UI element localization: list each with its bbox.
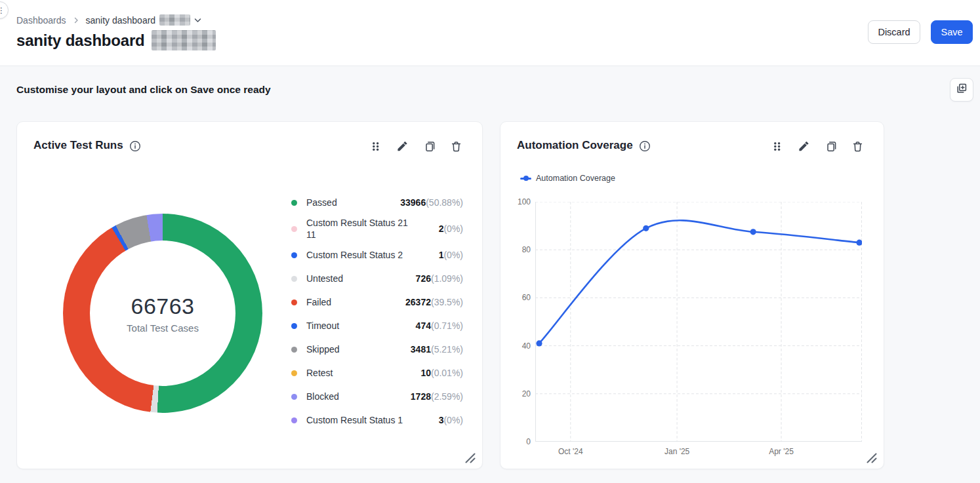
legend-value: 10(0.01%) [420, 368, 463, 378]
legend-dot-icon [291, 394, 297, 400]
legend-label: Custom Result Status 2 [306, 249, 403, 261]
legend-value: 26372(39.5%) [405, 297, 463, 307]
duplicate-icon[interactable] [825, 140, 837, 153]
y-axis-tick-label: 40 [507, 341, 531, 351]
add-widget-icon [955, 82, 968, 98]
legend-dot-icon [291, 299, 297, 305]
legend-dot-icon [291, 347, 297, 353]
save-button[interactable]: Save [931, 20, 973, 44]
legend-item[interactable]: Passed33966(50.88%) [291, 191, 463, 214]
edit-pencil-icon[interactable] [798, 140, 810, 153]
legend-label: Failed [306, 296, 331, 308]
legend-label: Timeout [306, 320, 339, 332]
legend-item[interactable]: Untested726(1.09%) [291, 267, 463, 290]
legend-value: 33966(50.88%) [400, 197, 463, 208]
legend-value: 474(0.71%) [416, 320, 463, 331]
chevron-right-icon [72, 16, 80, 24]
legend-item[interactable]: Timeout474(0.71%) [291, 314, 463, 338]
legend-item[interactable]: Blocked1728(2.59%) [291, 385, 463, 408]
legend-dot-icon [291, 370, 297, 376]
line-chart [535, 202, 862, 442]
x-axis-tick-label: Oct '24 [548, 447, 594, 456]
resize-handle-icon[interactable] [462, 450, 476, 464]
legend-item[interactable]: Custom Result Status 13(0%) [291, 408, 463, 432]
drag-handle-icon[interactable] [771, 140, 783, 153]
delete-trash-icon[interactable] [450, 140, 462, 153]
legend-dot-icon [291, 252, 297, 258]
legend-item[interactable]: Custom Result Status 21(0%) [291, 243, 463, 267]
series-legend-label: Automation Coverage [536, 174, 615, 183]
legend-item[interactable]: Retest10(0.01%) [291, 361, 463, 385]
legend-label: Untested [306, 273, 343, 284]
donut-legend: Passed33966(50.88%)Custom Result Status … [291, 191, 463, 432]
y-axis-tick-label: 20 [507, 389, 531, 398]
breadcrumb: Dashboards sanity dashboard [16, 14, 201, 26]
legend-label: Custom Result Status 21 11 [306, 217, 417, 241]
page-title: sanity dashboard [16, 31, 145, 50]
legend-dot-icon [291, 226, 297, 232]
legend-value: 3481(5.21%) [411, 344, 463, 355]
legend-item[interactable]: Custom Result Status 21 112(0%) [291, 214, 463, 243]
resize-handle-icon[interactable] [864, 450, 878, 464]
redacted-text [152, 30, 216, 50]
legend-dot-icon [291, 323, 297, 329]
duplicate-icon[interactable] [423, 140, 436, 153]
page-header: ⋮ Dashboards sanity dashboard sanity das… [0, 0, 980, 66]
breadcrumb-dashboards-link[interactable]: Dashboards [16, 15, 66, 26]
legend-label: Blocked [306, 391, 339, 402]
y-axis-tick-label: 100 [507, 197, 531, 206]
x-axis-tick-label: Jan '25 [654, 447, 700, 456]
drag-handle-icon[interactable] [369, 140, 382, 153]
widget-title: Automation Coverage [517, 139, 633, 152]
y-axis-tick-label: 80 [507, 245, 531, 254]
legend-label: Custom Result Status 1 [306, 414, 403, 426]
widget-title: Active Test Runs [33, 139, 123, 152]
donut-total-label: Total Test Cases [127, 322, 199, 334]
redacted-text [159, 14, 190, 26]
info-icon[interactable] [129, 140, 141, 152]
legend-value: 3(0%) [439, 415, 463, 425]
legend-item[interactable]: Skipped3481(5.21%) [291, 338, 463, 361]
legend-label: Passed [306, 197, 337, 208]
legend-label: Retest [306, 367, 333, 379]
series-legend-automation-coverage[interactable]: Automation Coverage [520, 174, 615, 183]
discard-button[interactable]: Discard [868, 20, 920, 44]
edit-pencil-icon[interactable] [396, 140, 409, 153]
layout-hint-text: Customise your layout and click on Save … [16, 78, 271, 102]
add-widget-button[interactable] [950, 78, 973, 102]
legend-dot-icon [291, 276, 297, 282]
widget-active-test-runs: Active Test Runs 66763 Total Test Cases [16, 121, 483, 469]
legend-value: 1(0%) [439, 250, 463, 260]
legend-value: 1728(2.59%) [411, 391, 463, 402]
kebab-menu-icon[interactable]: ⋮ [0, 1, 9, 19]
chevron-down-icon[interactable] [194, 18, 201, 23]
legend-label: Skipped [306, 343, 340, 355]
series-marker-icon [520, 176, 531, 182]
legend-value: 726(1.09%) [416, 273, 463, 284]
y-axis-tick-label: 60 [507, 293, 531, 302]
breadcrumb-current[interactable]: sanity dashboard [86, 14, 202, 26]
widget-automation-coverage: Automation Coverage Automation Coverage [500, 121, 884, 469]
info-icon[interactable] [639, 140, 651, 152]
legend-dot-icon [291, 417, 297, 423]
legend-item[interactable]: Failed26372(39.5%) [291, 290, 463, 314]
donut-chart: 66763 Total Test Cases [63, 214, 262, 413]
y-axis-tick-label: 0 [507, 437, 531, 446]
delete-trash-icon[interactable] [851, 140, 864, 153]
x-axis-tick-label: Apr '25 [758, 447, 804, 456]
legend-value: 2(0%) [439, 223, 463, 234]
legend-dot-icon [291, 200, 297, 206]
donut-total-value: 66763 [131, 294, 194, 319]
